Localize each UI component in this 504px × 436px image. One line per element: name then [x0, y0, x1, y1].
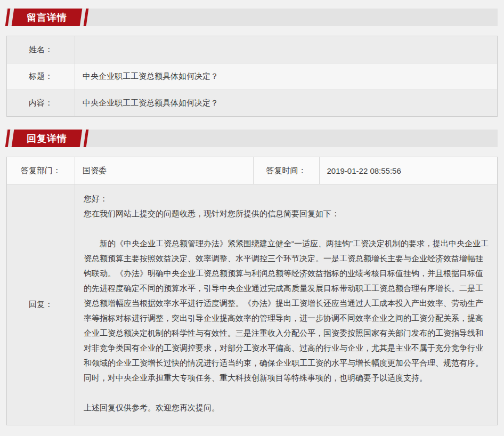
reply-detail-table: 答复部门： 国资委 答复时间： 2019-01-22 08:55:56 回复： … — [6, 157, 498, 425]
name-value — [75, 36, 497, 63]
reply-content: 您好： 您在我们网站上提交的问题收悉，现针对您所提供的信息简要回复如下： 新的《… — [75, 184, 497, 425]
table-row-content: 内容： 中央企业职工工资总额具体如何决定？ — [7, 90, 497, 116]
reply-time-label: 答复时间： — [253, 157, 320, 184]
title-value: 中央企业职工工资总额具体如何决定？ — [75, 63, 497, 90]
name-label: 姓名： — [7, 36, 75, 63]
reply-closing: 上述回复仅供参考。欢迎您再次提问。 — [84, 400, 489, 415]
reply-label: 回复： — [7, 184, 75, 425]
reply-section-title-badge: 回复详情 — [12, 130, 83, 147]
reply-time-value: 2019-01-22 08:55:56 — [320, 157, 498, 184]
table-row-reply-body: 回复： 您好： 您在我们网站上提交的问题收悉，现针对您所提供的信息简要回复如下：… — [7, 184, 497, 425]
reply-section-header: 回复详情 — [6, 130, 498, 147]
reply-department-value: 国资委 — [75, 157, 253, 184]
red-accent-bar-left — [5, 130, 11, 147]
content-value: 中央企业职工工资总额具体如何决定？ — [75, 90, 497, 116]
reply-greeting: 您好： — [84, 191, 489, 206]
reply-section-title: 回复详情 — [27, 132, 67, 145]
message-section-title: 留言详情 — [27, 11, 67, 24]
reply-department-label: 答复部门： — [7, 157, 75, 184]
red-accent-bar-right — [84, 130, 89, 147]
reply-intro: 您在我们网站上提交的问题收悉，现针对您所提供的信息简要回复如下： — [84, 206, 489, 221]
table-row-reply-meta: 答复部门： 国资委 答复时间： 2019-01-22 08:55:56 — [7, 157, 497, 184]
message-detail-page: 留言详情 姓名： 标题： 中央企业职工工资总额具体如何决定？ 内容： 中央企业职… — [0, 0, 504, 425]
message-detail-table: 姓名： 标题： 中央企业职工工资总额具体如何决定？ 内容： 中央企业职工工资总额… — [6, 36, 498, 117]
content-label: 内容： — [7, 90, 75, 116]
red-accent-bar-right — [84, 9, 89, 26]
message-section-title-badge: 留言详情 — [12, 9, 83, 26]
title-label: 标题： — [7, 63, 75, 90]
red-accent-bar-left — [5, 9, 11, 26]
table-row-title: 标题： 中央企业职工工资总额具体如何决定？ — [7, 63, 497, 90]
message-section-header: 留言详情 — [6, 9, 498, 26]
reply-body-paragraph: 新的《中央企业工资总额管理办法》紧紧围绕建立健全“一适应、两挂钩”工资决定机制的… — [84, 236, 489, 385]
table-row-name: 姓名： — [7, 36, 497, 63]
